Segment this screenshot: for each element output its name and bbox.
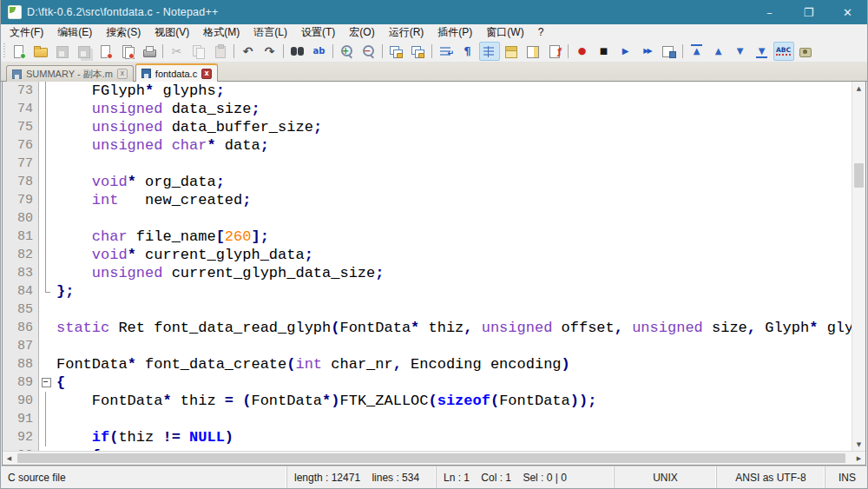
horizontal-scroll-thumb[interactable] <box>17 453 845 463</box>
fold-margin <box>39 209 53 228</box>
fold-margin <box>39 264 53 282</box>
code-line: 77 <box>3 155 852 173</box>
vertical-scroll-track[interactable] <box>852 95 865 438</box>
macro-run-multiple-button[interactable]: ▶▶ <box>637 42 658 61</box>
code-line: 82 void* current_glyph_data; <box>3 246 852 264</box>
menu-item-search[interactable]: 搜索(S) <box>99 24 148 41</box>
code-line: 91 <box>3 410 852 428</box>
close-all-button[interactable] <box>117 42 138 61</box>
code-text: { <box>53 446 852 451</box>
tab-close-icon[interactable]: x <box>117 69 128 79</box>
menu-item-help[interactable]: ? <box>531 25 551 39</box>
copy-button <box>188 42 209 61</box>
horizontal-scroll-track[interactable] <box>16 452 852 465</box>
menu-item-settings[interactable]: 设置(T) <box>294 24 342 41</box>
menu-item-macro[interactable]: 宏(O) <box>342 24 381 41</box>
code-text: }; <box>53 282 852 301</box>
macro-record-button[interactable]: ● <box>572 42 593 61</box>
word-wrap-button[interactable]: ↵ <box>436 42 457 61</box>
code-text: unsigned data_size; <box>53 100 852 118</box>
code-line: 83 unsigned current_glyph_data_size; <box>3 264 852 282</box>
toolbar-group <box>385 42 429 61</box>
nav-prev-icon: ▲ <box>711 44 726 58</box>
menu-item-format[interactable]: 格式(M) <box>196 24 247 41</box>
scroll-down-arrow-icon[interactable]: ▼ <box>852 438 865 451</box>
macro-run-multiple-icon: ▶▶ <box>640 44 654 58</box>
nav-next-button[interactable]: ▼ <box>730 42 751 61</box>
close-button[interactable]: ✕ <box>828 0 867 24</box>
vertical-scrollbar[interactable]: ▲ ▼ <box>852 82 865 451</box>
fold-margin <box>39 246 53 264</box>
new-file-button[interactable] <box>9 42 30 61</box>
code-line: 84}; <box>3 282 852 301</box>
menu-item-edit[interactable]: 编辑(E) <box>50 24 99 41</box>
line-number: 81 <box>3 228 39 246</box>
show-all-characters-button[interactable]: ¶ <box>457 42 478 61</box>
minimize-button[interactable]: – <box>750 0 789 24</box>
tab-summary[interactable]: SUMMARY - 副本.mx <box>6 65 134 82</box>
line-number: 91 <box>3 410 39 428</box>
print-icon <box>141 44 156 58</box>
code-text: FontData* thiz = (FontData*)FTK_ZALLOC(s… <box>53 392 852 410</box>
sync-horizontal-button[interactable] <box>408 42 429 61</box>
document-map-button[interactable] <box>523 42 543 61</box>
redo-button[interactable]: ↷ <box>260 42 280 61</box>
zoom-out-button[interactable]: − <box>358 42 379 61</box>
replace-icon: ab <box>312 44 326 58</box>
menu-item-window[interactable]: 窗口(W) <box>479 24 530 41</box>
toolbar-separator <box>568 44 569 58</box>
open-file-button[interactable] <box>30 42 51 61</box>
undo-button[interactable]: ↶ <box>238 42 259 61</box>
menu-item-run[interactable]: 运行(R) <box>382 24 431 41</box>
code-text: if(thiz != NULL) <box>53 428 852 446</box>
code-text: { <box>53 373 852 392</box>
maximize-button[interactable]: ❐ <box>789 0 828 24</box>
fold-margin[interactable] <box>39 446 53 451</box>
doc-monitor-button[interactable] <box>795 42 816 61</box>
indent-guide-button[interactable] <box>479 42 500 61</box>
sync-vertical-button[interactable] <box>386 42 407 61</box>
fold-margin[interactable] <box>39 373 53 392</box>
code-line: 80 <box>3 209 852 228</box>
fold-margin <box>39 410 53 428</box>
user-define-dialog-icon <box>503 44 518 58</box>
scroll-left-arrow-icon[interactable]: ◀ <box>3 452 16 465</box>
nav-prev-button[interactable]: ▲ <box>708 42 729 61</box>
code-line: 81 char file_name[260]; <box>3 228 852 246</box>
nav-first-button[interactable]: ▲ <box>687 42 707 61</box>
line-number: 93 <box>3 446 39 451</box>
zoom-in-button[interactable]: + <box>337 42 358 61</box>
line-number: 82 <box>3 246 39 264</box>
scroll-right-arrow-icon[interactable]: ▶ <box>852 452 865 465</box>
macro-stop-button[interactable]: ■ <box>594 42 615 61</box>
user-define-dialog-button[interactable] <box>501 42 522 61</box>
nav-last-button[interactable]: ▼ <box>752 42 773 61</box>
vertical-scroll-thumb[interactable] <box>854 163 864 188</box>
print-button[interactable] <box>139 42 160 61</box>
find-button[interactable] <box>287 42 308 61</box>
tab-close-icon[interactable]: x <box>201 69 212 79</box>
replace-button[interactable]: ab <box>309 42 330 61</box>
tab-fontdata[interactable]: fontdata.cx <box>135 63 218 82</box>
function-list-icon: ƒ <box>547 44 562 58</box>
menu-item-file[interactable]: 文件(F) <box>3 24 50 41</box>
spell-check-button[interactable]: ABC <box>773 42 794 61</box>
nav-last-icon: ▼ <box>754 44 769 58</box>
scroll-up-arrow-icon[interactable]: ▲ <box>852 82 865 95</box>
menu-item-view[interactable]: 视图(V) <box>148 24 196 41</box>
function-list-button[interactable]: ƒ <box>544 42 565 61</box>
close-all-icon <box>120 44 135 58</box>
macro-play-button[interactable]: ▶ <box>615 42 636 61</box>
macro-save-button[interactable] <box>659 42 680 61</box>
code-editor[interactable]: 73 FGlyph* glyphs;74 unsigned data_size;… <box>3 82 852 451</box>
horizontal-scrollbar[interactable]: ◀ ▶ <box>3 451 865 465</box>
close-file-icon <box>98 44 113 58</box>
line-number: 75 <box>3 118 39 136</box>
code-text: static Ret font_data_read_glyph(FontData… <box>53 319 852 337</box>
paste-button <box>210 42 231 61</box>
fold-margin <box>39 155 53 173</box>
code-text: int new_created; <box>53 191 852 209</box>
close-file-button[interactable] <box>95 42 116 61</box>
menu-item-language[interactable]: 语言(L) <box>247 24 294 41</box>
menu-item-plugins[interactable]: 插件(P) <box>431 24 479 41</box>
